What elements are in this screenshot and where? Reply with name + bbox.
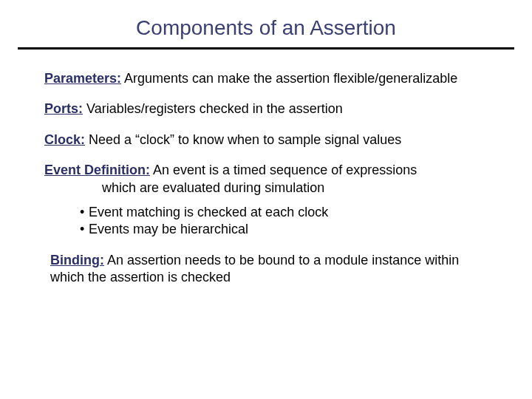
- sub-a-text: Event matching is checked at each clock: [89, 205, 328, 219]
- slide-body: Parameters: Arguments can make the asser…: [0, 50, 532, 287]
- label-clock: Clock:: [44, 132, 85, 147]
- sub-b-text: Events may be hierarchical: [89, 222, 248, 236]
- desc-parameters: Arguments can make the assertion flexibl…: [121, 71, 457, 86]
- desc-clock: Need a “clock” to know when to sample si…: [85, 132, 401, 147]
- sub-a: • Event matching is checked at each cloc…: [80, 204, 488, 221]
- label-parameters: Parameters:: [44, 71, 121, 86]
- desc-binding: An assertion needs to be bound to a modu…: [50, 253, 459, 284]
- label-binding: Binding:: [50, 253, 104, 267]
- label-ports: Ports:: [44, 101, 83, 116]
- item-binding: Binding: An assertion needs to be bound …: [50, 252, 488, 287]
- desc-event-cont: which are evaluated during simulation: [102, 180, 488, 197]
- bullet-icon: •: [80, 221, 89, 238]
- item-parameters: Parameters: Arguments can make the asser…: [44, 70, 488, 87]
- sub-bullets: • Event matching is checked at each cloc…: [80, 204, 488, 239]
- desc-event: An event is a timed sequence of expressi…: [150, 163, 417, 177]
- slide-title: Components of an Assertion: [0, 0, 532, 47]
- sub-b: • Events may be hierarchical: [80, 221, 488, 238]
- item-event: Event Definition: An event is a timed se…: [44, 162, 488, 197]
- label-event: Event Definition:: [44, 163, 150, 177]
- item-clock: Clock: Need a “clock” to know when to sa…: [44, 132, 488, 149]
- item-ports: Ports: Variables/registers checked in th…: [44, 100, 488, 117]
- bullet-icon: •: [80, 204, 89, 221]
- desc-ports: Variables/registers checked in the asser…: [83, 101, 343, 116]
- slide: Components of an Assertion Parameters: A…: [0, 0, 532, 399]
